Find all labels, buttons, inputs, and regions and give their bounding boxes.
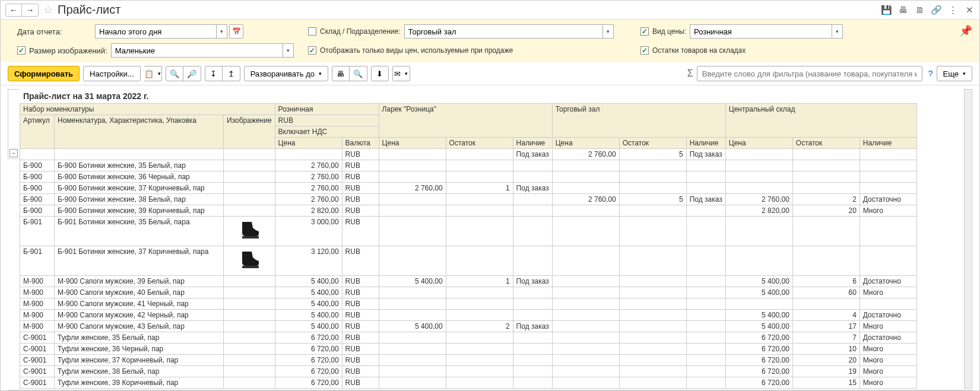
cell-price: 2 820,00 (275, 205, 342, 217)
cell-tz-ost (619, 171, 686, 183)
only-sale-checkbox[interactable] (308, 46, 316, 55)
cell-price: 6 720,00 (275, 366, 342, 377)
cell-cs-ost: 2 (792, 194, 860, 205)
cell-cur: RUB (342, 310, 379, 321)
cell-lr-price (379, 194, 446, 205)
date-dropdown-icon[interactable]: ▾ (217, 24, 227, 39)
preview-button[interactable]: 🔍 (350, 66, 367, 81)
cell-cs-price (725, 217, 792, 246)
horizontal-scrollbar[interactable] (8, 390, 972, 390)
calendar-icon[interactable]: 📅 (229, 24, 243, 39)
close-icon[interactable]: ✕ (964, 5, 975, 15)
print-icon[interactable]: 🖶 (897, 5, 908, 15)
table-row[interactable]: М-900 М-900 Сапоги мужские, 43 Белый, па… (20, 321, 917, 332)
table-row[interactable]: С-9001 Туфли женские, 39 Коричневый, пар… (20, 377, 917, 389)
table-row[interactable]: Б-900 Б-900 Ботинки женские, 36 Черный, … (20, 171, 917, 183)
warehouse-input[interactable] (404, 24, 603, 39)
hdr-cur: Валюта (342, 138, 379, 149)
price-type-dropdown-icon[interactable]: ▾ (832, 24, 843, 39)
preview-icon[interactable]: 🗎 (914, 5, 925, 15)
price-type-checkbox[interactable] (640, 27, 649, 36)
more-icon[interactable]: ⋮ (947, 5, 958, 15)
table-row[interactable]: С-9001 Туфли женские, 37 Коричневый, пар… (20, 355, 917, 366)
date-input[interactable] (95, 24, 217, 39)
settings-button[interactable]: Настройки... (83, 66, 141, 81)
table-row[interactable]: М-900 М-900 Сапоги мужские, 40 Белый, па… (20, 287, 917, 298)
report-area: − Прайс-лист на 31 марта 2022 г. (1, 85, 979, 390)
tree-collapse-icon[interactable]: − (9, 149, 18, 157)
find-next-button[interactable]: 🔎 (183, 66, 201, 81)
variants-button[interactable]: 📋 (144, 66, 162, 81)
generate-button[interactable]: Сформировать (8, 66, 80, 81)
cell-tz-nal: Под заказ (686, 194, 725, 205)
cell-cs-nal (860, 183, 916, 194)
cell-price: 3 120,00 (275, 246, 342, 276)
warehouse-label: Склад / Подразделение: (320, 27, 401, 36)
cell-tz-nal (686, 321, 725, 332)
cell-nom: Туфли женские, 36 Черный, пар (55, 344, 224, 355)
cell-cs-nal: Много (860, 344, 916, 355)
cell-nom: Б-900 Ботинки женские, 35 Белый, пар (55, 160, 224, 171)
img-size-dropdown-icon[interactable]: ▾ (283, 43, 294, 58)
back-button[interactable]: ← (5, 4, 22, 17)
expand-button[interactable]: ↥ (223, 66, 240, 81)
table-row[interactable]: М-900 М-900 Сапоги мужские, 39 Белый, па… (20, 276, 917, 287)
print-button[interactable]: 🖶 (332, 66, 350, 81)
table-row[interactable]: М-900 М-900 Сапоги мужские, 42 Черный, п… (20, 310, 917, 321)
favorite-star-icon[interactable]: ☆ (43, 4, 53, 17)
summary-row[interactable]: RUB Под заказ 2 760,00 5 Под заказ (20, 149, 917, 160)
cell-art: Б-901 (20, 217, 55, 246)
table-row[interactable]: Б-901 Б-901 Ботинки женские, 37 Коричнев… (20, 246, 917, 276)
help-icon[interactable]: ? (928, 69, 933, 78)
report-table: Набор номенклатуры Розничная Ларек "Розн… (20, 103, 917, 389)
cell-cs-ost: 17 (792, 321, 860, 332)
warehouse-dropdown-icon[interactable]: ▾ (603, 24, 614, 39)
pin-icon[interactable]: 📌 (959, 24, 972, 37)
cell-nom: Б-901 Ботинки женские, 35 Белый, пара (55, 217, 224, 246)
img-size-input[interactable] (111, 43, 283, 58)
cell-tz-price (552, 355, 619, 366)
cell-cs-nal: Много (860, 287, 916, 298)
cell-lr-nal: Под заказ (513, 183, 552, 194)
price-type-input[interactable] (690, 24, 832, 39)
table-row[interactable]: Б-900 Б-900 Ботинки женские, 39 Коричнев… (20, 205, 917, 217)
save-icon[interactable]: 💾 (881, 5, 892, 15)
cell-tz-ost (619, 276, 686, 287)
table-row[interactable]: Б-900 Б-900 Ботинки женские, 38 Белый, п… (20, 194, 917, 205)
forward-button[interactable]: → (22, 4, 39, 17)
cell-art: М-900 (20, 310, 55, 321)
cell-cs-price: 6 720,00 (725, 366, 792, 377)
more-button[interactable]: Еще (937, 66, 972, 81)
img-size-checkbox[interactable] (17, 46, 26, 55)
send-button[interactable]: ✉ (392, 66, 410, 81)
cell-cs-nal: Много (860, 205, 916, 217)
table-row[interactable]: Б-901 Б-901 Ботинки женские, 35 Белый, п… (20, 217, 917, 246)
cell-lr-price (379, 355, 446, 366)
find-button[interactable]: 🔍 (166, 66, 183, 81)
cell-nom: М-900 Сапоги мужские, 41 Черный, пар (55, 298, 224, 310)
save-button[interactable]: ⬇ (371, 66, 389, 81)
table-row[interactable]: М-900 М-900 Сапоги мужские, 41 Черный, п… (20, 298, 917, 310)
stock-checkbox[interactable] (640, 46, 649, 55)
expand-to-button[interactable]: Разворачивать до (244, 66, 328, 81)
cell-cs-ost: 10 (792, 344, 860, 355)
collapse-button[interactable]: ↧ (205, 66, 223, 81)
cell-price: 6 720,00 (275, 377, 342, 389)
cell-lr-ost (446, 355, 513, 366)
table-row[interactable]: Б-900 Б-900 Ботинки женские, 35 Белый, п… (20, 160, 917, 171)
table-row[interactable]: С-9001 Туфли женские, 38 Белый, пар 6 72… (20, 366, 917, 377)
cell-cs-price (725, 171, 792, 183)
vertical-scrollbar[interactable] (964, 89, 972, 389)
cell-tz-price (552, 246, 619, 276)
cell-price: 3 000,00 (275, 217, 342, 246)
link-icon[interactable]: 🔗 (931, 5, 941, 15)
filter-input[interactable] (697, 66, 922, 81)
warehouse-checkbox[interactable] (308, 27, 316, 36)
table-row[interactable]: С-9001 Туфли женские, 35 Белый, пар 6 72… (20, 332, 917, 344)
cell-lr-ost (446, 205, 513, 217)
table-row[interactable]: Б-900 Б-900 Ботинки женские, 37 Коричнев… (20, 183, 917, 194)
cell-art: М-900 (20, 287, 55, 298)
table-row[interactable]: С-9001 Туфли женские, 36 Черный, пар 6 7… (20, 344, 917, 355)
sigma-icon[interactable]: Σ (687, 68, 693, 79)
cell-art: Б-900 (20, 160, 55, 171)
